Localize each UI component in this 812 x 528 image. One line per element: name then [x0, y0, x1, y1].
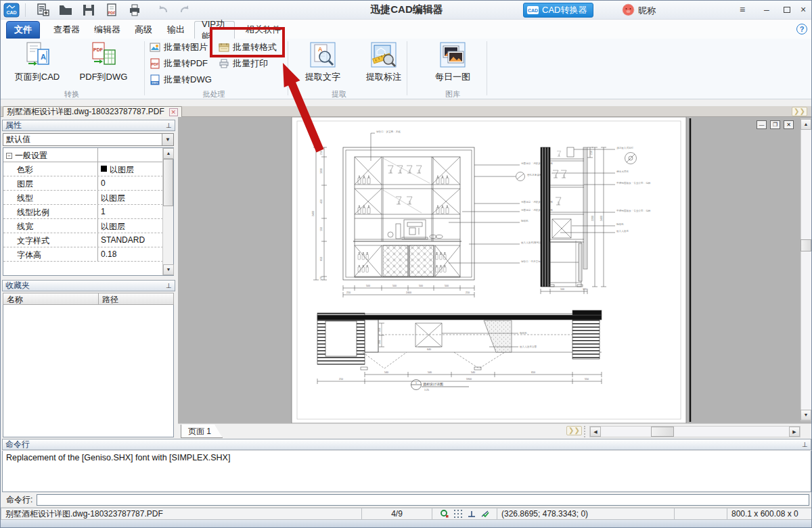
- tab-editor[interactable]: 编辑器: [87, 21, 127, 39]
- scrollbar-thumb[interactable]: [800, 239, 811, 251]
- minimize-button[interactable]: –: [757, 1, 776, 18]
- property-group-row[interactable]: −一般设置: [3, 148, 173, 162]
- scrollbar-thumb[interactable]: [651, 427, 674, 437]
- property-grid: −一般设置 色彩 以图层 图层 0 线型 以图层 线型比例 1 线宽 以图层: [3, 147, 174, 276]
- tab-related[interactable]: 相关软件: [239, 21, 288, 39]
- save-icon[interactable]: [81, 2, 97, 18]
- scrollbar-thumb[interactable]: [163, 159, 173, 206]
- tab-advanced[interactable]: 高级: [128, 21, 159, 39]
- left-dock-panel: 属性 ⊤ 默认值 ▼ −一般设置 色彩 以图层 图层 0 线型 以图层: [1, 117, 177, 439]
- svg-text:CAD: CAD: [6, 10, 16, 15]
- svg-text:210: 210: [590, 151, 593, 155]
- batch-convert-format-button[interactable]: 批量转格式: [219, 40, 277, 54]
- svg-text:细管口「多宝阁」木线: 细管口「多宝阁」木线: [376, 130, 401, 133]
- undo-icon[interactable]: [154, 2, 171, 18]
- menu-hamburger-icon[interactable]: ≡: [733, 1, 752, 18]
- group-separator: [407, 41, 407, 95]
- batch-print-label: 批量打印: [233, 57, 268, 70]
- property-row-layer: 图层 0: [3, 176, 173, 191]
- favorites-col-name[interactable]: 名称: [3, 293, 99, 305]
- help-icon[interactable]: ?: [796, 24, 807, 34]
- draw-check-icon[interactable]: [480, 509, 490, 519]
- title-bar: CAD PDF 迅捷CAD编辑器 CAD CAD转换器 昵称 ≡ – ×: [1, 1, 812, 20]
- favorites-col-path[interactable]: 路径: [99, 293, 174, 305]
- tabbar-expand-icon[interactable]: ❯❯: [792, 107, 807, 116]
- new-file-icon[interactable]: [35, 2, 51, 18]
- tab-file[interactable]: 文件: [6, 21, 40, 39]
- tab-vip[interactable]: VIP功能: [194, 21, 235, 39]
- pdf-to-dwg-button[interactable]: PDF PDF到DWG: [71, 41, 136, 86]
- group-separator: [487, 41, 487, 95]
- scroll-down-icon[interactable]: ▼: [163, 264, 174, 275]
- svg-text:2400: 2400: [312, 211, 315, 216]
- pin-icon[interactable]: ⊤: [166, 282, 172, 289]
- vertical-scrollbar[interactable]: ▲ ▼: [800, 118, 812, 421]
- svg-text:2400: 2400: [406, 291, 411, 294]
- svg-text:540: 540: [428, 371, 432, 374]
- grid-icon[interactable]: [453, 509, 463, 519]
- cad-converter-button[interactable]: CAD CAD转换器: [523, 3, 593, 18]
- property-grid-scrollbar[interactable]: ▲ ▼: [162, 148, 173, 275]
- group-label-batch: 批处理: [173, 89, 254, 99]
- batch-to-pdf-label: 批量转PDF: [164, 57, 208, 70]
- status-bar: 别墅酒柜设计详图.dwg-180323787787.PDF 4/9 (326.8…: [1, 507, 812, 520]
- collapse-minus-icon[interactable]: −: [6, 153, 12, 159]
- batch-to-pdf-button[interactable]: PDF 批量转PDF: [150, 56, 208, 70]
- open-folder-icon[interactable]: [58, 2, 74, 18]
- print-icon[interactable]: [127, 2, 143, 18]
- svg-text:留孔木条装饰: 留孔木条装饰: [527, 173, 542, 176]
- pin-icon[interactable]: ⊤: [802, 441, 808, 448]
- app-window: CAD PDF 迅捷CAD编辑器 CAD CAD转换器 昵称 ≡ – × 文件 …: [0, 0, 812, 528]
- horizontal-scrollbar[interactable]: ◀ ▶: [589, 426, 800, 437]
- svg-text:640: 640: [427, 348, 431, 351]
- snap-icon[interactable]: [440, 509, 449, 519]
- cad-converter-icon: CAD: [527, 6, 539, 14]
- ortho-icon[interactable]: [467, 509, 476, 519]
- close-button[interactable]: ×: [794, 1, 812, 18]
- command-prompt-label: 命令行:: [6, 494, 32, 506]
- property-label: 线宽: [3, 219, 98, 233]
- scroll-left-icon[interactable]: ◀: [590, 427, 601, 437]
- svg-text:咖啡机: 咖啡机: [616, 222, 624, 226]
- color-swatch: [101, 166, 107, 172]
- property-label: 色彩: [3, 162, 98, 176]
- document-close-icon[interactable]: ✕: [169, 108, 178, 116]
- redo-icon[interactable]: [177, 2, 194, 18]
- batch-to-image-button[interactable]: 批量转图片: [150, 40, 208, 54]
- group-label-convert: 转换: [31, 89, 112, 99]
- status-coordinates: (326.8695; 478.3343; 0): [497, 508, 675, 520]
- command-panel-title: 命令行: [5, 439, 30, 450]
- pin-icon[interactable]: ⊤: [166, 122, 172, 129]
- chevron-down-icon[interactable]: ▼: [162, 134, 173, 145]
- scroll-down-icon[interactable]: ▼: [800, 410, 811, 421]
- mdi-close-icon[interactable]: ✕: [784, 120, 794, 129]
- command-input[interactable]: [37, 494, 809, 506]
- svg-text:PDF: PDF: [152, 62, 160, 66]
- batch-print-icon: [219, 58, 229, 69]
- preset-dropdown[interactable]: 默认值 ▼: [3, 133, 174, 146]
- daily-picture-button[interactable]: 每日一图: [420, 41, 485, 86]
- drawing-canvas[interactable]: 细管口「多宝阁」木线 光面蓝目「清玻多宝阁」装饰 留孔木条装饰 光面蓝目「清玻多…: [178, 117, 812, 423]
- scroll-up-icon[interactable]: ▲: [800, 119, 811, 130]
- favorites-list[interactable]: [3, 305, 174, 437]
- svg-text:2200: 2200: [591, 216, 594, 221]
- tab-output[interactable]: 输出: [160, 21, 191, 39]
- user-nickname[interactable]: 昵称: [638, 5, 656, 17]
- page-to-cad-button[interactable]: A 页面到CAD: [5, 41, 70, 86]
- scroll-right-icon[interactable]: ▶: [789, 427, 800, 437]
- extract-text-button[interactable]: A 提取文字: [290, 41, 355, 86]
- mdi-restore-icon[interactable]: ❐: [770, 120, 780, 129]
- user-avatar[interactable]: [622, 3, 635, 16]
- scroll-up-icon[interactable]: ▲: [163, 148, 174, 159]
- batch-print-button[interactable]: 批量打印: [219, 56, 268, 70]
- svg-text:不锈钢层板按「专业公司」选样: 不锈钢层板按「专业公司」选样: [616, 209, 651, 212]
- mdi-minimize-icon[interactable]: —: [757, 120, 767, 129]
- batch-to-dwg-button[interactable]: DWG 批量转DWG: [150, 72, 212, 87]
- svg-text:咖啡机: 咖啡机: [520, 331, 527, 335]
- page-tab[interactable]: 页面 1: [181, 425, 223, 438]
- tab-viewer[interactable]: 查看器: [47, 21, 87, 39]
- export-pdf-icon[interactable]: PDF: [104, 2, 120, 18]
- svg-text:550: 550: [585, 378, 589, 381]
- pages-expand-icon[interactable]: ❯❯: [566, 426, 582, 435]
- document-tab[interactable]: 别墅酒柜设计详图.dwg-180323787787.PDF ✕: [3, 106, 182, 117]
